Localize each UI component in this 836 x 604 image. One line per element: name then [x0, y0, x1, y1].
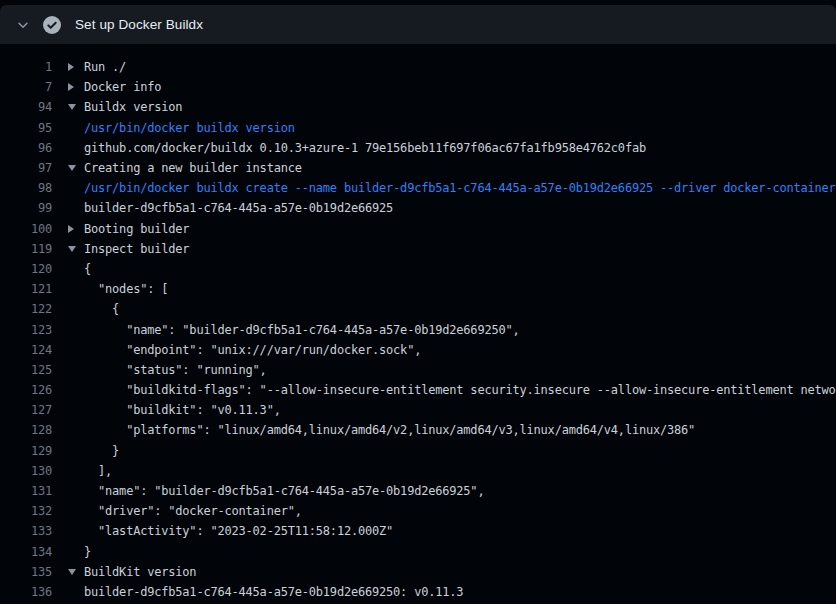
output-text: "buildkitd-flags": "--allow-insecure-ent…	[84, 383, 836, 397]
log-line[interactable]: 94Buildx version	[0, 97, 836, 117]
log-lines: 1Run ./7Docker info94Buildx version95/us…	[0, 44, 836, 602]
log-line: 128 "platforms": "linux/amd64,linux/amd6…	[0, 420, 836, 440]
check-circle-icon	[43, 16, 61, 34]
line-number[interactable]: 127	[0, 403, 52, 417]
command-text: /usr/bin/docker buildx create --name bui…	[84, 181, 836, 195]
log-line: 123 "name": "builder-d9cfb5a1-c764-445a-…	[0, 319, 836, 339]
line-number[interactable]: 133	[0, 524, 52, 538]
line-number[interactable]: 132	[0, 504, 52, 518]
group-title[interactable]: Creating a new builder instance	[84, 161, 836, 175]
group-collapse-icon[interactable]	[68, 165, 76, 171]
group-title[interactable]: Inspect builder	[84, 242, 836, 256]
step-title: Set up Docker Buildx	[75, 17, 203, 32]
log-line: 134}	[0, 542, 836, 562]
line-number[interactable]: 135	[0, 565, 52, 579]
output-text: {	[84, 262, 836, 276]
log-line: 129 }	[0, 441, 836, 461]
group-expand-icon[interactable]	[68, 83, 74, 91]
output-text: "endpoint": "unix:///var/run/docker.sock…	[84, 343, 836, 357]
log-line: 125 "status": "running",	[0, 360, 836, 380]
output-text: builder-d9cfb5a1-c764-445a-a57e-0b19d2e6…	[84, 585, 836, 599]
log-line: 99builder-d9cfb5a1-c764-445a-a57e-0b19d2…	[0, 198, 836, 218]
output-text: "name": "builder-d9cfb5a1-c764-445a-a57e…	[84, 323, 836, 337]
command-text: /usr/bin/docker buildx version	[84, 121, 836, 135]
line-number[interactable]: 95	[0, 121, 52, 135]
log-line: 130 ],	[0, 461, 836, 481]
log-line[interactable]: 119Inspect builder	[0, 239, 836, 259]
group-title[interactable]: Run ./	[84, 60, 836, 74]
log-line: 131 "name": "builder-d9cfb5a1-c764-445a-…	[0, 481, 836, 501]
line-number[interactable]: 100	[0, 222, 52, 236]
group-collapse-icon[interactable]	[68, 104, 76, 110]
log-line: 124 "endpoint": "unix:///var/run/docker.…	[0, 340, 836, 360]
log-line: 126 "buildkitd-flags": "--allow-insecure…	[0, 380, 836, 400]
line-number[interactable]: 129	[0, 444, 52, 458]
output-text: "driver": "docker-container",	[84, 504, 836, 518]
output-text: "buildkit": "v0.11.3",	[84, 403, 836, 417]
line-number[interactable]: 98	[0, 181, 52, 195]
group-collapse-icon[interactable]	[68, 246, 76, 252]
output-text: {	[84, 302, 836, 316]
line-number[interactable]: 96	[0, 141, 52, 155]
log-line: 121 "nodes": [	[0, 279, 836, 299]
log-line: 122 {	[0, 299, 836, 319]
line-number[interactable]: 7	[0, 80, 52, 94]
line-number[interactable]: 126	[0, 383, 52, 397]
line-number[interactable]: 97	[0, 161, 52, 175]
line-number[interactable]: 128	[0, 423, 52, 437]
line-number[interactable]: 136	[0, 585, 52, 599]
log-line: 96github.com/docker/buildx 0.10.3+azure-…	[0, 138, 836, 158]
log-line: 98/usr/bin/docker buildx create --name b…	[0, 178, 836, 198]
line-number[interactable]: 1	[0, 60, 52, 74]
group-title[interactable]: Buildx version	[84, 100, 836, 114]
group-collapse-icon[interactable]	[68, 569, 76, 575]
output-text: builder-d9cfb5a1-c764-445a-a57e-0b19d2e6…	[84, 201, 836, 215]
step-header[interactable]: Set up Docker Buildx	[0, 5, 836, 44]
line-number[interactable]: 123	[0, 323, 52, 337]
output-text: "platforms": "linux/amd64,linux/amd64/v2…	[84, 423, 836, 437]
log-line: 133 "lastActivity": "2023-02-25T11:58:12…	[0, 521, 836, 541]
output-text: "nodes": [	[84, 282, 836, 296]
log-line: 120{	[0, 259, 836, 279]
log-line[interactable]: 97Creating a new builder instance	[0, 158, 836, 178]
log-viewer: Set up Docker Buildx 1Run ./7Docker info…	[0, 5, 836, 604]
group-title[interactable]: Booting builder	[84, 222, 836, 236]
log-line: 132 "driver": "docker-container",	[0, 501, 836, 521]
group-expand-icon[interactable]	[68, 63, 74, 71]
log-line: 136builder-d9cfb5a1-c764-445a-a57e-0b19d…	[0, 582, 836, 602]
line-number[interactable]: 119	[0, 242, 52, 256]
line-number[interactable]: 120	[0, 262, 52, 276]
output-text: ],	[84, 464, 836, 478]
line-number[interactable]: 99	[0, 201, 52, 215]
log-line[interactable]: 7Docker info	[0, 77, 836, 97]
output-text: "status": "running",	[84, 363, 836, 377]
output-text: "name": "builder-d9cfb5a1-c764-445a-a57e…	[84, 484, 836, 498]
line-number[interactable]: 134	[0, 545, 52, 559]
log-line[interactable]: 1Run ./	[0, 57, 836, 77]
line-number[interactable]: 124	[0, 343, 52, 357]
line-number[interactable]: 122	[0, 302, 52, 316]
line-number[interactable]: 130	[0, 464, 52, 478]
output-text: github.com/docker/buildx 0.10.3+azure-1 …	[84, 141, 836, 155]
group-title[interactable]: Docker info	[84, 80, 836, 94]
chevron-down-icon[interactable]	[16, 18, 30, 32]
log-line: 127 "buildkit": "v0.11.3",	[0, 400, 836, 420]
line-number[interactable]: 94	[0, 100, 52, 114]
line-number[interactable]: 125	[0, 363, 52, 377]
output-text: }	[84, 545, 836, 559]
line-number[interactable]: 131	[0, 484, 52, 498]
group-expand-icon[interactable]	[68, 225, 74, 233]
log-line[interactable]: 135BuildKit version	[0, 562, 836, 582]
log-line[interactable]: 100Booting builder	[0, 219, 836, 239]
output-text: "lastActivity": "2023-02-25T11:58:12.000…	[84, 524, 836, 538]
log-line: 95/usr/bin/docker buildx version	[0, 118, 836, 138]
line-number[interactable]: 121	[0, 282, 52, 296]
output-text: }	[84, 444, 836, 458]
group-title[interactable]: BuildKit version	[84, 565, 836, 579]
